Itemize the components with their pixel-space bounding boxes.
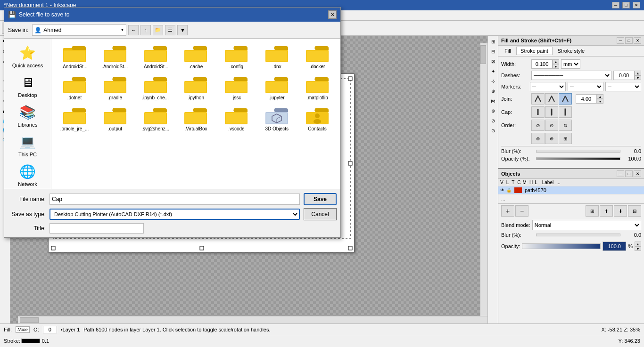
save-button[interactable]: Save [304,193,337,205]
join-value-input[interactable] [576,94,597,104]
blur-slider[interactable] [536,150,620,153]
blend-mode-select[interactable]: Normal Multiply Screen [532,220,641,230]
list-item[interactable]: .cache [177,42,215,72]
snap-btn-10[interactable]: ⊙ [488,126,498,135]
dashes-offset-up[interactable]: ▲ [635,71,641,75]
order-btn-3[interactable]: ⊚ [559,120,572,131]
order-btn-2[interactable]: ⊙ [545,120,558,131]
markers-mid-select[interactable]: ─ [568,82,603,91]
maximize-button[interactable]: □ [622,2,630,8]
list-item[interactable]: .dnx [257,42,296,72]
objects-opacity-up[interactable]: ▲ [635,242,641,246]
objects-opacity-input[interactable] [603,242,626,251]
list-item[interactable]: .svg2shenz... [136,105,175,134]
objects-maximize-btn[interactable]: □ [625,170,633,177]
list-item[interactable]: Contacts [298,105,337,134]
list-item[interactable]: .config [217,42,256,72]
list-item[interactable]: .matplotlib [298,73,337,103]
list-item[interactable]: .AndroidSt... [136,42,175,72]
objects-blur-slider[interactable] [536,234,620,236]
panel-minimize-btn[interactable]: ─ [617,37,624,44]
minimize-button[interactable]: ─ [612,2,619,8]
list-item[interactable]: .VirtualBox [177,105,215,134]
dialog-close-btn[interactable]: ✕ [328,10,337,19]
savetype-select[interactable]: Desktop Cutting Plotter (AutoCAD DXF R14… [50,209,300,220]
list-item[interactable]: .ipython [177,73,215,103]
cancel-button[interactable]: Cancel [304,208,337,220]
cap-butt-btn[interactable] [531,106,545,118]
snap-btn-7[interactable]: ⋈ [488,96,498,105]
nav-back-btn[interactable]: ← [128,25,139,35]
list-item[interactable]: 3D Objects [257,105,296,134]
sidebar-libraries[interactable]: 📚 Libraries [4,102,51,130]
list-item[interactable]: .dotnet [55,73,94,103]
file-list-scroll[interactable]: .AndroidSt... .AndroidSt... [51,39,340,189]
join-up[interactable]: ▲ [597,94,603,99]
snap-btn-4[interactable]: ✦ [488,66,498,76]
sidebar-this-pc[interactable]: 💻 This PC [4,131,51,160]
markers-start-select[interactable]: ─ [530,82,566,91]
order-btn-5[interactable]: ⊕ [545,133,558,144]
snap-btn-8[interactable]: ⊗ [488,106,498,115]
sidebar-desktop[interactable]: 🖥 Desktop [4,72,51,101]
obj-add-btn[interactable]: + [501,205,514,217]
objects-opacity-down[interactable]: ▼ [635,246,641,251]
list-item[interactable]: .jupyter [257,73,296,103]
list-item[interactable]: .AndroidSt... [96,42,134,72]
obj-remove-btn[interactable]: − [515,205,528,217]
snap-btn-3[interactable]: ⊠ [488,56,498,66]
join-value-spin[interactable]: ▲ ▼ [576,94,603,104]
close-button[interactable]: ✕ [633,2,640,8]
filename-input[interactable] [50,194,300,205]
dashes-offset-down[interactable]: ▼ [635,75,641,80]
objects-opacity-spin[interactable]: ▲ ▼ [635,242,641,251]
title-input[interactable] [50,223,144,234]
tab-stroke-paint[interactable]: Stroke paint [516,47,553,55]
objects-close-btn[interactable]: ✕ [634,170,641,177]
order-btn-6[interactable]: ⊞ [559,133,572,144]
width-unit-select[interactable]: mm px pt [561,59,580,69]
snap-btn-1[interactable]: ⊞ [488,37,498,46]
snap-btn-5[interactable]: ⊹ [488,76,498,86]
opacity-slider[interactable] [536,157,620,160]
cap-round-btn[interactable] [545,106,558,118]
obj-arrange-4[interactable]: ⊟ [628,205,641,217]
join-bevel-btn[interactable] [559,93,572,105]
width-input[interactable] [531,59,553,69]
join-miter-btn[interactable] [531,93,545,105]
list-item[interactable]: .docker [298,42,337,72]
list-item[interactable]: .vscode [217,105,256,134]
nav-view-btn[interactable]: ☰ [165,25,175,35]
snap-btn-6[interactable]: ⊕ [488,86,498,96]
sidebar-quick-access[interactable]: ⭐ Quick access [4,42,51,71]
tab-stroke-style[interactable]: Stroke style [553,47,589,55]
dashes-select[interactable]: ──────── - - - - - · · · · · [531,71,611,80]
objects-opacity-slider[interactable] [522,243,601,249]
vertical-scrollbar[interactable] [480,43,487,316]
obj-arrange-3[interactable]: ⬇ [614,205,627,217]
obj-arrange-1[interactable]: ⊞ [586,205,599,217]
objects-list-item[interactable]: 👁 🔒 path4570 [498,186,644,194]
snap-btn-9[interactable]: ⊘ [488,116,498,125]
join-round-btn[interactable] [545,93,558,105]
panel-maximize-btn[interactable]: □ [625,37,633,44]
order-btn-1[interactable]: ⊘ [531,120,545,131]
width-down[interactable]: ▼ [553,64,559,69]
width-spin[interactable]: ▲ ▼ [531,59,559,69]
nav-view-arrow[interactable]: ▼ [177,25,188,35]
markers-end-select[interactable]: ─ [605,82,641,91]
list-item[interactable]: .output [96,105,134,134]
obj-arrange-2[interactable]: ⬆ [600,205,613,217]
dashes-offset-spin[interactable]: ▲ ▼ [613,71,641,80]
list-item[interactable]: .ipynb_che... [136,73,175,103]
location-combo[interactable]: 👤 Ahmed ▼ [32,24,126,36]
nav-new-folder-btn[interactable]: 📁 [153,25,163,35]
sidebar-network[interactable]: 🌐 Network [4,161,51,189]
dashes-offset-input[interactable] [613,71,635,80]
tab-fill[interactable]: Fill [500,47,515,55]
order-btn-4[interactable]: ⊗ [531,133,545,144]
snap-btn-2[interactable]: ⊟ [488,47,498,56]
panel-close-btn[interactable]: ✕ [634,37,641,44]
join-down[interactable]: ▼ [597,99,603,104]
objects-minimize-btn[interactable]: ─ [617,170,624,177]
